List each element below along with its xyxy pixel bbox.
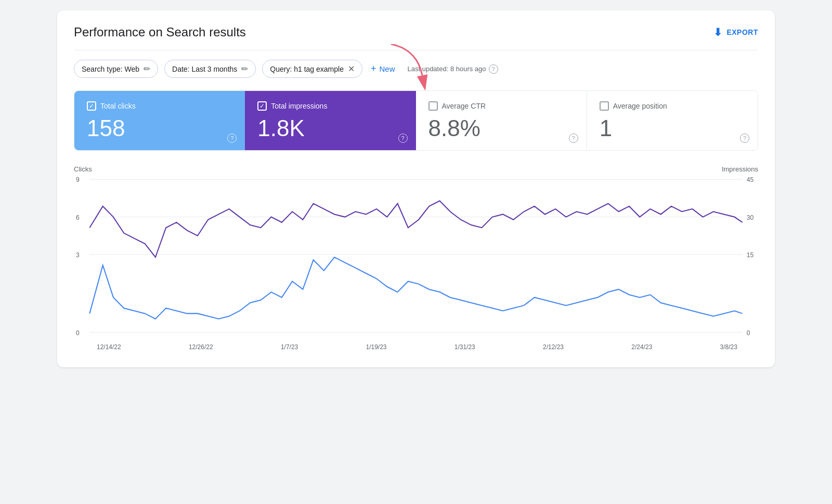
avg-ctr-label: Average CTR <box>442 102 486 110</box>
x-label-0: 12/14/22 <box>97 343 121 351</box>
avg-position-value: 1 <box>600 116 745 141</box>
date-label: Date: Last 3 months <box>172 65 237 73</box>
impressions-help-icon[interactable]: ? <box>398 134 408 143</box>
x-label-3: 1/19/23 <box>366 343 386 351</box>
svg-text:0: 0 <box>747 329 750 337</box>
x-label-4: 1/31/23 <box>454 343 475 351</box>
header-divider <box>74 50 758 50</box>
search-type-filter[interactable]: Search type: Web ✏ <box>74 60 158 78</box>
svg-text:6: 6 <box>76 214 80 221</box>
ctr-checkbox[interactable] <box>428 101 438 111</box>
new-filter-button[interactable]: + New <box>369 63 397 74</box>
chart-container: Clicks Impressions 9 6 3 0 45 30 15 0 <box>74 165 758 351</box>
search-type-label: Search type: Web <box>82 65 139 73</box>
total-clicks-label: Total clicks <box>100 102 136 110</box>
clicks-checkbox[interactable] <box>87 101 96 111</box>
x-label-5: 2/12/23 <box>543 343 564 351</box>
avg-ctr-value: 8.8% <box>428 116 574 141</box>
help-icon[interactable]: ? <box>489 64 498 74</box>
avg-ctr-card[interactable]: Average CTR 8.8% ? <box>416 91 587 150</box>
total-impressions-label: Total impressions <box>271 102 327 110</box>
svg-text:9: 9 <box>76 177 80 184</box>
avg-position-card[interactable]: Average position 1 ? <box>587 91 758 150</box>
chart-right-axis-title: Impressions <box>722 165 758 173</box>
x-label-1: 12/26/22 <box>189 343 213 351</box>
close-icon[interactable]: ✕ <box>348 64 355 74</box>
edit-icon[interactable]: ✏ <box>144 64 150 74</box>
x-label-6: 2/24/23 <box>631 343 652 351</box>
svg-text:3: 3 <box>76 251 80 259</box>
total-impressions-card[interactable]: Total impressions 1.8K ? <box>245 91 415 150</box>
total-clicks-card[interactable]: Total clicks 158 ? <box>74 91 245 150</box>
svg-text:45: 45 <box>747 177 754 184</box>
page-title: Performance on Search results <box>74 25 246 39</box>
ctr-help-icon[interactable]: ? <box>569 134 578 143</box>
chart-left-axis-title: Clicks <box>74 165 92 173</box>
total-impressions-value: 1.8K <box>257 116 403 141</box>
export-button[interactable]: ⬇ EXPORT <box>713 26 758 38</box>
position-help-icon[interactable]: ? <box>740 134 749 143</box>
metrics-row: Total clicks 158 ? Total impressions 1.8… <box>74 90 758 151</box>
edit-icon[interactable]: ✏ <box>241 64 248 74</box>
svg-text:0: 0 <box>76 329 80 337</box>
download-icon: ⬇ <box>713 26 723 38</box>
plus-icon: + <box>371 63 376 74</box>
svg-text:30: 30 <box>747 214 754 221</box>
svg-text:15: 15 <box>747 251 754 259</box>
total-clicks-value: 158 <box>87 116 232 141</box>
clicks-help-icon[interactable]: ? <box>227 134 237 143</box>
filters-row: Search type: Web ✏ Date: Last 3 months ✏… <box>74 60 758 78</box>
chart-svg: 9 6 3 0 45 30 15 0 <box>74 174 758 340</box>
x-label-2: 1/7/23 <box>281 343 298 351</box>
date-filter[interactable]: Date: Last 3 months ✏ <box>164 60 256 78</box>
query-label: Query: h1 tag example <box>270 65 344 73</box>
avg-position-label: Average position <box>613 102 667 110</box>
chart-area: 9 6 3 0 45 30 15 0 <box>74 174 758 340</box>
query-filter[interactable]: Query: h1 tag example ✕ <box>262 60 362 78</box>
x-label-7: 3/8/23 <box>720 343 737 351</box>
impressions-checkbox[interactable] <box>257 101 267 111</box>
position-checkbox[interactable] <box>600 101 609 111</box>
last-updated: Last updated: 8 hours ago ? <box>408 64 498 74</box>
x-axis-labels: 12/14/22 12/26/22 1/7/23 1/19/23 1/31/23… <box>74 343 758 351</box>
